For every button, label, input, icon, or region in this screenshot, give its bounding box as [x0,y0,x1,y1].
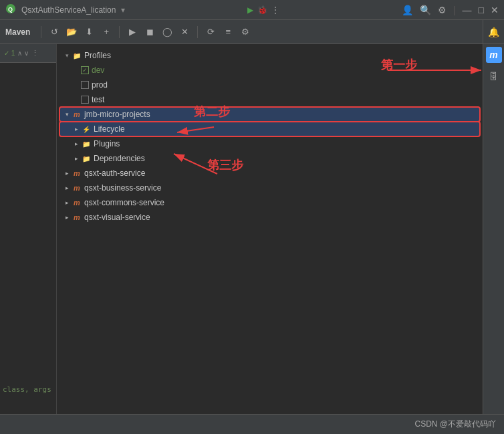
business-label: qsxt-business-service [84,183,161,193]
prod-label: prod [92,80,108,90]
config-button[interactable]: ⚙ [238,25,253,39]
title-bar-right: 👤 🔍 ⚙ | — □ ✕ [402,5,499,15]
jmb-label: jmb-micro-projects [84,110,150,119]
plugins-chevron-icon: ▸ [72,139,81,148]
app-icon: Q [5,3,16,16]
maven-label: Maven [5,27,35,37]
close-button[interactable]: ✕ [491,5,499,15]
profiles-folder-icon: 📁 [72,50,82,61]
debug-button[interactable]: 🐞 [257,5,267,15]
app-title: QsxtAuthServiceA_lication [21,5,116,15]
separator1: | [453,5,456,15]
test-checkbox[interactable] [81,96,89,104]
refresh-button[interactable]: ↺ [47,25,61,39]
maven-m-icon: m [489,49,497,60]
maven-panel: ▾ 📁 Profiles ▸ ✓ dev ▸ prod [57,44,483,434]
code-snippet: class, args [3,385,51,394]
jmb-item[interactable]: ▾ m jmb-micro-projects [59,107,480,122]
open-folder-button[interactable]: 📂 [64,25,79,39]
dropdown-arrow-icon: ▾ [121,5,125,15]
more-button[interactable]: ⋮ [271,5,279,15]
profiles-item[interactable]: ▾ 📁 Profiles [59,48,480,63]
database-icon: 🗄 [489,72,498,82]
dev-label: dev [92,66,104,75]
maximize-button[interactable]: □ [479,5,484,15]
search-icon[interactable]: 🔍 [420,5,431,15]
bottom-bar: CSDN @不爱敲代码吖 [0,414,504,434]
auth-maven-icon: m [72,168,82,179]
visual-label: qsxt-visual-service [84,213,150,222]
qsxt-auth-item[interactable]: ▸ m qsxt-auth-service [59,166,480,181]
profiles-label: Profiles [84,51,111,60]
title-bar-left: Q QsxtAuthServiceA_lication ▾ [5,3,125,16]
download-button[interactable]: ⬇ [82,25,96,39]
auth-label: qsxt-auth-service [84,169,145,178]
visual-chevron-icon: ▸ [62,213,72,222]
dev-item[interactable]: ▸ ✓ dev [59,63,480,78]
tab-more[interactable]: ⋮ [31,49,39,58]
settings-icon[interactable]: ⚙ [438,5,447,15]
jmb-chevron-icon: ▾ [62,110,72,119]
commons-chevron-icon: ▸ [62,198,72,207]
prod-item[interactable]: ▸ prod [59,78,480,92]
run-maven-button[interactable]: ▶ [125,25,140,39]
reload-button[interactable]: ⟳ [203,25,218,39]
business-chevron-icon: ▸ [62,183,72,193]
qsxt-visual-item[interactable]: ▸ m qsxt-visual-service [59,210,480,225]
commons-maven-icon: m [72,197,82,208]
dependencies-label: Dependencies [94,154,145,163]
dev-checkbox[interactable]: ✓ [81,66,89,74]
qsxt-commons-item[interactable]: ▸ m qsxt-commons-service [59,195,480,210]
plugins-folder-icon: 📁 [81,138,92,149]
db-sidebar-icon[interactable]: 🗄 [486,68,502,84]
minimize-button[interactable]: — [463,5,472,15]
run-button[interactable]: ▶ [247,5,253,15]
dep-folder-icon: 📁 [81,153,92,164]
lifecycle-chevron-icon: ▸ [72,124,81,134]
stop-button[interactable]: ◼ [142,25,157,39]
dependencies-item[interactable]: ▸ 📁 Dependencies [59,151,480,166]
skip-button[interactable]: ◯ [160,25,174,39]
test-item[interactable]: ▸ test [59,92,480,107]
plugins-item[interactable]: ▸ 📁 Plugins [59,136,480,151]
toolbar-separator [41,26,41,38]
commons-label: qsxt-commons-service [84,198,164,207]
toolbar-separator2 [119,26,120,38]
watermark-text: CSDN @不爱敲代码吖 [414,419,496,430]
maven-tree: ▾ 📁 Profiles ▸ ✓ dev ▸ prod [57,44,483,434]
title-bar-center: ▶ 🐞 ⋮ [247,5,279,15]
cancel-button[interactable]: ✕ [177,25,192,39]
plugins-label: Plugins [94,139,120,148]
dep-chevron-icon: ▸ [72,154,81,163]
test-label: test [92,95,104,104]
notification-area: 🔔 [483,20,504,44]
lifecycle-item[interactable]: ▸ ⚡ Lifecycle [59,122,480,136]
auth-chevron-icon: ▸ [62,169,72,178]
tab-indicator: ✓ 1 [4,49,15,57]
svg-text:Q: Q [8,6,13,13]
title-bar: Q QsxtAuthServiceA_lication ▾ ▶ 🐞 ⋮ 👤 🔍 … [0,0,504,20]
maven-sidebar-icon[interactable]: m [486,47,502,63]
editor-strip: ✓ 1 ∧ ∨ ⋮ class, args [0,44,57,434]
lifecycle-icon: ⚡ [81,124,92,134]
business-maven-icon: m [72,183,82,193]
tab-arrows: ∧ ∨ [17,49,29,57]
prod-checkbox[interactable] [81,81,89,89]
visual-maven-icon: m [72,212,82,223]
user-icon[interactable]: 👤 [402,5,413,15]
qsxt-business-item[interactable]: ▸ m qsxt-business-service [59,181,480,195]
maven-toolbar: Maven ↺ 📂 ⬇ + ▶ ◼ ◯ ✕ ⟳ ≡ ⚙ [0,20,504,44]
add-button[interactable]: + [99,25,114,39]
lifecycle-label: Lifecycle [94,124,125,134]
list-button[interactable]: ≡ [221,25,235,39]
right-sidebar: m 🗄 [483,44,504,434]
jmb-maven-icon: m [72,109,82,120]
toolbar-separator3 [197,26,198,38]
line-numbers [0,63,56,68]
notification-bell-icon[interactable]: 🔔 [488,27,499,37]
profiles-chevron-icon: ▾ [62,51,72,60]
editor-tab: ✓ 1 ∧ ∨ ⋮ [0,44,56,63]
